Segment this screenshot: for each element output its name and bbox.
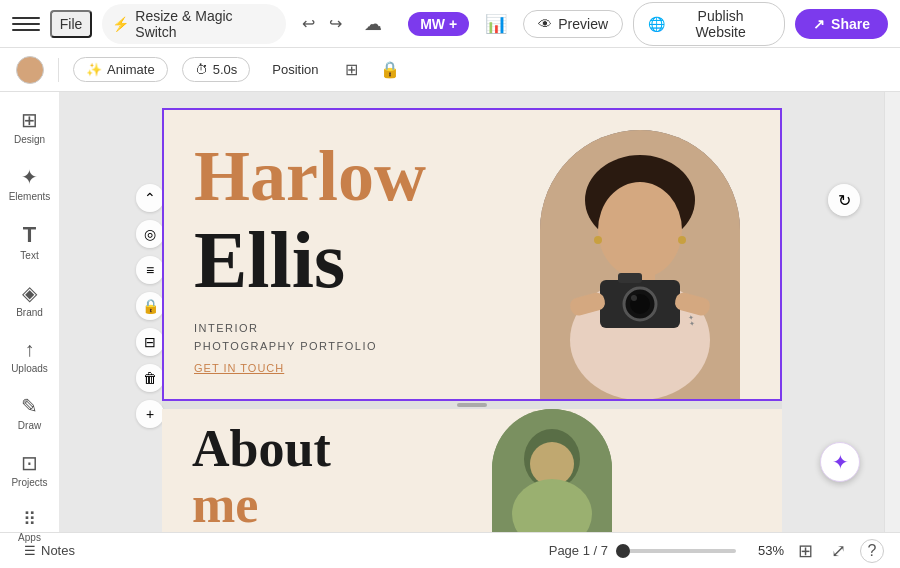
animate-button[interactable]: ✨ Animate [73,57,168,82]
slide-1[interactable]: Harlow Ellis INTERIOR PHOTOGRAPHY PORTFO… [162,108,782,401]
duration-button[interactable]: ⏱ 5.0s [182,57,251,82]
expand-button[interactable]: ⤢ [827,536,850,566]
design-icon: ⊞ [21,108,38,132]
svg-point-2 [598,182,682,278]
svg-point-5 [594,236,602,244]
subtitle-line1: INTERIOR [194,320,377,338]
redo-button[interactable]: ↪ [323,8,348,39]
rotate-button[interactable]: ↻ [828,184,860,216]
cloud-save-button[interactable]: ☁ [358,7,388,41]
canvas-area[interactable]: ⌃ ◎ ≡ 🔒 ⊟ 🗑 + ↻ Harlow Ellis INTERIOR PH… [60,92,884,532]
plus-icon: + [449,16,457,32]
sidebar-item-elements[interactable]: ✦ Elements [4,157,56,210]
page-slider[interactable] [616,549,736,553]
svg-point-6 [678,236,686,244]
collapse-tool-button[interactable]: ⌃ [136,184,164,212]
delete-canvas-button[interactable]: 🗑 [136,364,164,392]
file-menu-button[interactable]: File [50,10,93,38]
share-icon: ↗ [813,16,825,32]
color-picker-button[interactable] [16,56,44,84]
svg-point-10 [631,295,637,301]
globe-icon: 🌐 [648,16,665,32]
slide1-harlow-text: Harlow [194,140,426,212]
slide1-ellis-text: Ellis [194,220,345,300]
zoom-level: 53% [744,543,784,558]
project-name-button[interactable]: ⚡ Resize & Magic Switch [102,4,286,44]
sidebar-text-label: Text [20,250,38,261]
eye-canvas-button[interactable]: ◎ [136,220,164,248]
text-icon: T [23,222,36,248]
magic-wand-icon: ⚡ [112,16,129,32]
mw-label: MW [420,16,445,32]
lock-icon[interactable]: 🔒 [376,56,404,83]
person-svg: ✦✦ [540,130,740,400]
share-label: Share [831,16,870,32]
sidebar-projects-label: Projects [11,477,47,488]
secondary-toolbar: ✨ Animate ⏱ 5.0s Position ⊞ 🔒 [0,48,900,92]
sidebar-item-uploads[interactable]: ↑ Uploads [4,330,56,382]
arch-shape: ✦✦ [540,130,740,400]
project-name-label: Resize & Magic Switch [135,8,276,40]
slide-2[interactable]: About me [162,409,782,532]
add-canvas-button[interactable]: + [136,400,164,428]
sidebar-item-text[interactable]: T Text [4,214,56,269]
list-canvas-button[interactable]: ≡ [136,256,164,284]
sidebar-item-brand[interactable]: ◈ Brand [4,273,56,326]
slide2-me-text: me [192,479,258,531]
align-icon[interactable]: ⊞ [341,56,362,83]
slide1-subtitle: INTERIOR PHOTOGRAPHY PORTFOLIO [194,320,377,355]
divider-1 [58,58,59,82]
undo-redo-group: ↩ ↪ [296,8,348,39]
sidebar-brand-label: Brand [16,307,43,318]
canvas-tools: ⌃ ◎ ≡ 🔒 ⊟ 🗑 + [136,184,164,428]
grid-view-button[interactable]: ⊞ [794,536,817,566]
brand-icon: ◈ [22,281,37,305]
page-info: Page 1 / 7 53% [549,543,784,558]
arch-image-container: ✦✦ [540,130,740,400]
notes-label: Notes [41,543,75,558]
mw-badge-button[interactable]: MW + [408,12,469,36]
elements-icon: ✦ [21,165,38,189]
main-layout: ⊞ Design ✦ Elements T Text ◈ Brand ↑ Upl… [0,92,900,532]
svg-rect-11 [618,273,642,283]
publish-website-button[interactable]: 🌐 Publish Website [633,2,785,46]
slide2-person-svg [492,409,612,532]
page-label: Page 1 / 7 [549,543,608,558]
ai-magic-button[interactable]: ✦ [820,442,860,482]
preview-label: Preview [558,16,608,32]
sidebar-item-projects[interactable]: ⊡ Projects [4,443,56,496]
slide-scroll-indicator [162,401,782,409]
person-photo: ✦✦ [540,130,740,400]
menu-icon[interactable] [12,10,40,38]
projects-icon: ⊡ [21,451,38,475]
sidebar-elements-label: Elements [9,191,51,202]
clock-icon: ⏱ [195,62,208,77]
sidebar-design-label: Design [14,134,45,145]
sparkle-icon: ✨ [86,62,102,77]
help-button[interactable]: ? [860,539,884,563]
sidebar-item-design[interactable]: ⊞ Design [4,100,56,153]
lock-canvas-button[interactable]: 🔒 [136,292,164,320]
animate-label: Animate [107,62,155,77]
scroll-dot [457,403,487,407]
right-panel [884,92,900,532]
stats-button[interactable]: 📊 [479,7,513,41]
undo-button[interactable]: ↩ [296,8,321,39]
slide2-person-circle [492,409,612,532]
preview-button[interactable]: 👁 Preview [523,10,623,38]
sidebar: ⊞ Design ✦ Elements T Text ◈ Brand ↑ Upl… [0,92,60,532]
layers-canvas-button[interactable]: ⊟ [136,328,164,356]
position-button[interactable]: Position [264,58,326,81]
apps-icon: ⠿ [23,508,36,530]
sidebar-item-draw[interactable]: ✎ Draw [4,386,56,439]
slide2-about-text: About [192,423,331,475]
sidebar-uploads-label: Uploads [11,363,48,374]
top-toolbar: File ⚡ Resize & Magic Switch ↩ ↪ ☁ MW + … [0,0,900,48]
notes-button[interactable]: ☰ Notes [16,539,83,562]
duration-label: 5.0s [213,62,238,77]
canvas-wrapper: Harlow Ellis INTERIOR PHOTOGRAPHY PORTFO… [162,108,782,532]
bottom-bar: ☰ Notes Page 1 / 7 53% ⊞ ⤢ ? [0,532,900,568]
slide1-cta-link[interactable]: GET IN TOUCH [194,362,284,374]
share-button[interactable]: ↗ Share [795,9,888,39]
draw-icon: ✎ [21,394,38,418]
